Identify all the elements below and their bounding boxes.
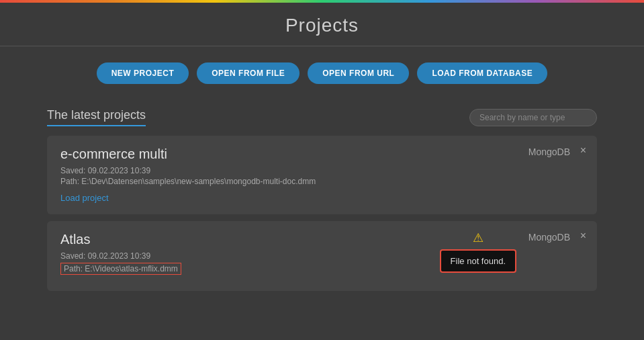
project-name-ecommerce: e-commerce multi [60, 146, 584, 162]
project-saved-ecommerce: Saved: 09.02.2023 10:39 [60, 166, 584, 175]
project-card-ecommerce: e-commerce multi Saved: 09.02.2023 10:39… [47, 136, 597, 214]
page-title: Projects [0, 3, 644, 46]
action-buttons-row: NEW PROJECT OPEN FROM FILE OPEN FROM URL… [0, 62, 644, 84]
section-header: The latest projects [47, 108, 597, 126]
close-button-ecommerce[interactable]: × [580, 145, 586, 156]
section-title: The latest projects [47, 108, 146, 126]
warning-area: ⚠ File not found. [440, 230, 516, 273]
load-from-database-button[interactable]: LOAD FROM DATABASE [417, 62, 547, 84]
header-divider [0, 46, 644, 46]
search-input[interactable] [469, 109, 597, 126]
warning-icon[interactable]: ⚠ [473, 230, 484, 245]
project-card-atlas: Atlas Saved: 09.02.2023 10:39 Path: E:\V… [47, 221, 597, 291]
open-from-url-button[interactable]: OPEN FROM URL [308, 62, 409, 84]
project-path-ecommerce: Path: E:\Dev\Datensen\samples\new-sample… [60, 177, 584, 186]
new-project-button[interactable]: NEW PROJECT [97, 62, 189, 84]
close-button-atlas[interactable]: × [580, 230, 586, 241]
project-type-ecommerce: MongoDB [528, 146, 570, 157]
open-from-file-button[interactable]: OPEN FROM FILE [197, 62, 300, 84]
file-not-found-tooltip: File not found. [440, 249, 516, 273]
projects-section: The latest projects e-commerce multi Sav… [0, 108, 644, 291]
project-type-atlas: MongoDB [528, 232, 570, 243]
load-project-link-ecommerce[interactable]: Load project [60, 193, 109, 203]
project-path-atlas: Path: E:\Videos\atlas-mflix.dmm [60, 263, 181, 275]
